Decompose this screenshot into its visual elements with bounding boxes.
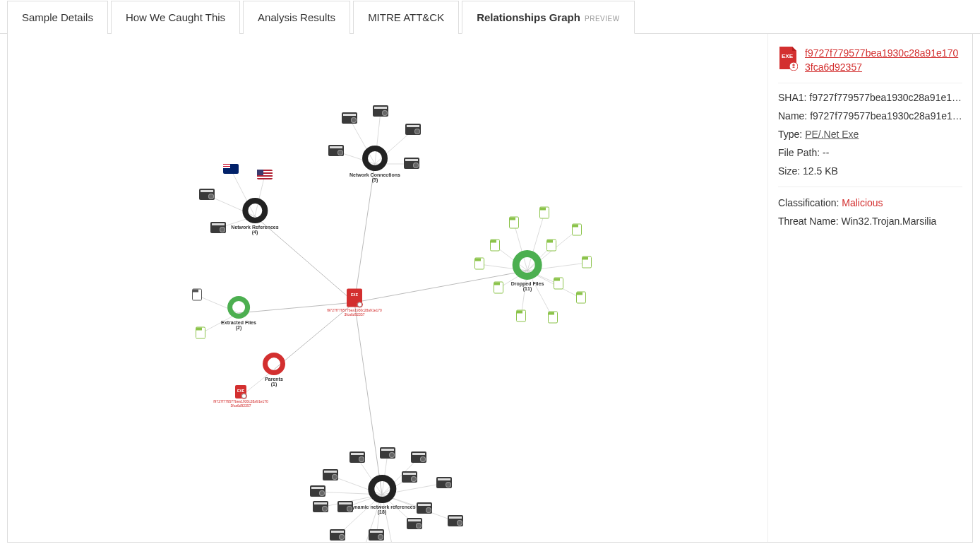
svg-text:EXE: EXE: [782, 53, 794, 59]
graph-leaf-netref-3[interactable]: [190, 222, 246, 235]
browser-icon: [448, 515, 463, 526]
graph-leaf-dynnet-12[interactable]: [386, 518, 443, 531]
hub-ring-icon: [513, 250, 542, 280]
graph-leaf-netconn-2[interactable]: [385, 124, 441, 136]
flag-us-icon: [257, 170, 273, 179]
preview-badge: PREVIEW: [585, 15, 620, 23]
green-file-icon: [572, 224, 582, 236]
tab-how-we-caught[interactable]: How We Caught This: [111, 1, 240, 34]
browser-icon: [199, 189, 215, 200]
threat-value: Win32.Trojan.Marsilia: [841, 216, 936, 227]
graph-leaf-netref-1[interactable]: [237, 170, 293, 181]
browser-icon: [402, 471, 417, 483]
tab-bar: Sample Details How We Caught This Analys…: [0, 0, 980, 34]
graph-leaf-dynnet-8[interactable]: [396, 502, 453, 515]
field-name: Name: f9727f779577bea1930c28a91e1…: [778, 110, 962, 122]
size-value: 12.5 KB: [803, 165, 838, 177]
graph-leaf-dropped-6[interactable]: [558, 256, 615, 270]
svg-line-5: [354, 164, 375, 302]
browser-icon: [417, 502, 432, 514]
browser-icon: [405, 124, 421, 135]
relationships-graph-canvas[interactable]: f9727f779577bea1930c28a91e1703fca6d92357…: [8, 34, 767, 542]
graph-leaf-dropped-7[interactable]: [530, 278, 587, 291]
center-label: f9727f779577bea1930c28a91e1703fca6d92357: [326, 309, 383, 317]
graph-leaf-dropped-4[interactable]: [523, 240, 580, 253]
panel-divider: [778, 187, 962, 187]
exe-icon: [347, 289, 362, 307]
dark-file-icon: [192, 289, 202, 301]
graph-leaf-netconn-4[interactable]: [308, 145, 364, 158]
graph-leaf-dynnet-2[interactable]: [390, 451, 447, 464]
graph-leaf-netconn-3[interactable]: [383, 158, 440, 170]
graph-leaf-dynnet-11[interactable]: [348, 529, 405, 542]
hub-ring-icon: [263, 353, 285, 375]
filepath-label: File Path:: [778, 147, 820, 158]
browser-icon: [323, 469, 338, 480]
sample-hash-link[interactable]: f9727f779577bea1930c28a91e1703fca6d92357: [805, 47, 962, 74]
graph-leaf-dropped-2[interactable]: [549, 224, 605, 237]
name-label: Name:: [778, 110, 807, 122]
leaf-label: f9727f779577bea1930c28a91e1703fca6d92357: [213, 400, 269, 408]
graph-leaf-dropped-11[interactable]: [525, 312, 581, 325]
type-value-link[interactable]: PE/.Net Exe: [805, 129, 859, 140]
filepath-value: --: [823, 147, 829, 158]
graph-leaf-extracted-1[interactable]: [172, 327, 229, 341]
graph-leaf-dropped-5[interactable]: [451, 258, 508, 271]
tab-relationships-graph[interactable]: Relationships Graph PREVIEW: [462, 1, 635, 34]
green-file-icon: [509, 217, 519, 229]
browser-icon: [349, 451, 365, 463]
threat-label: Threat Name:: [778, 216, 839, 227]
tab-relationships-graph-label: Relationships Graph: [477, 11, 580, 23]
browser-icon: [411, 451, 426, 463]
graph-leaf-dynnet-5[interactable]: [381, 471, 438, 484]
tab-mitre-attack[interactable]: MITRE ATT&CK: [353, 1, 459, 34]
browser-icon: [407, 518, 422, 529]
green-file-icon: [474, 258, 484, 270]
field-sha1: SHA1: f9727f779577bea1930c28a91e17…: [778, 92, 962, 103]
graph-leaf-extracted-0[interactable]: [169, 289, 225, 302]
browser-icon: [310, 485, 325, 497]
hub-ring-icon: [242, 198, 268, 223]
graph-leaf-dynnet-3[interactable]: [302, 469, 359, 482]
hub-count: (5): [349, 177, 400, 182]
field-size: Size: 12.5 KB: [778, 165, 962, 177]
graph-leaf-netconn-1[interactable]: [352, 105, 409, 118]
field-type: Type: PE/.Net Exe: [778, 129, 962, 140]
hub-ring-icon: [227, 296, 250, 319]
graph-leaf-dropped-8[interactable]: [470, 282, 527, 295]
classification-label: Classification:: [778, 197, 839, 208]
content-area: f9727f779577bea1930c28a91e1703fca6d92357…: [7, 34, 973, 543]
graph-hub-parents[interactable]: Parents(1): [263, 353, 285, 386]
green-file-icon: [490, 240, 500, 252]
graph-leaf-dynnet-1[interactable]: [329, 451, 386, 464]
green-file-icon: [494, 282, 503, 294]
green-file-icon: [554, 278, 563, 290]
green-file-icon: [576, 292, 586, 304]
graph-hub-extracted[interactable]: Extracted Files(2): [221, 296, 256, 330]
graph-leaf-parents-0[interactable]: f9727f779577bea1930c28a91e1703fca6d92357: [213, 385, 269, 408]
graph-leaf-dropped-3[interactable]: [467, 240, 523, 253]
graph-center-node[interactable]: f9727f779577bea1930c28a91e1703fca6d92357: [326, 289, 383, 317]
graph-leaf-netref-2[interactable]: [179, 189, 235, 201]
red-file-icon: [235, 385, 246, 399]
size-label: Size:: [778, 165, 800, 177]
browser-icon: [373, 105, 388, 117]
name-value: f9727f779577bea1930c28a91e1…: [810, 110, 962, 122]
browser-icon: [404, 158, 419, 169]
graph-leaf-dynnet-7[interactable]: [292, 501, 349, 514]
browser-icon: [330, 529, 345, 541]
graph-leaf-dropped-1[interactable]: [486, 217, 542, 230]
field-threat: Threat Name: Win32.Trojan.Marsilia: [778, 216, 962, 227]
svg-line-29: [354, 302, 382, 495]
green-file-icon: [196, 327, 205, 339]
exe-file-icon: EXE: [778, 47, 798, 71]
sha1-label: SHA1:: [778, 92, 806, 103]
classification-value: Malicious: [842, 197, 883, 208]
graph-leaf-dynnet-15[interactable]: [289, 485, 346, 498]
tab-sample-details[interactable]: Sample Details: [7, 1, 108, 34]
type-label: Type:: [778, 129, 802, 140]
browser-icon: [369, 529, 384, 541]
graph-leaf-dropped-9[interactable]: [553, 292, 609, 305]
browser-icon: [313, 501, 328, 512]
tab-analysis-results[interactable]: Analysis Results: [243, 1, 350, 34]
